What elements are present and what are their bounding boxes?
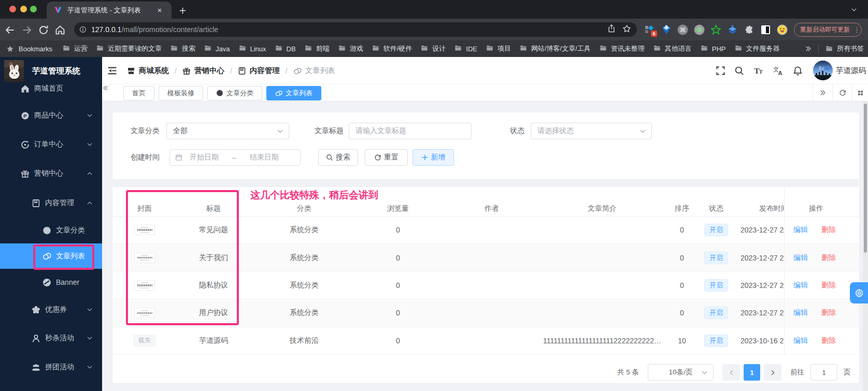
tags-layout-button[interactable] bbox=[852, 84, 868, 101]
breadcrumb-item-内容管理[interactable]: 内容管理 bbox=[238, 66, 280, 76]
bookmark-folder[interactable]: 软件/硬件 bbox=[372, 44, 412, 53]
sidebar-item-内容管理[interactable]: 内容管理 bbox=[0, 190, 102, 216]
table-row[interactable]: 用户协议系统分类00开启2023-12-27 2 bbox=[112, 299, 784, 327]
category-select[interactable]: 全部 bbox=[166, 123, 289, 139]
bookmark-folder[interactable]: 运营 bbox=[62, 44, 88, 53]
sidebar-item-秒杀活动[interactable]: 秒杀活动 bbox=[0, 325, 102, 352]
sidepanel-icon[interactable] bbox=[760, 24, 771, 35]
bookmark-folder[interactable]: 其他语言 bbox=[653, 44, 692, 53]
tab-search-chevron-icon[interactable] bbox=[851, 7, 857, 13]
search-icon[interactable] bbox=[734, 66, 744, 76]
delete-link[interactable]: 删除 bbox=[821, 272, 836, 299]
bookmark-folder[interactable]: 网站/博客/文章/工具 bbox=[519, 44, 591, 53]
tag-文章列表[interactable]: 文章列表 bbox=[266, 86, 321, 100]
green-star-extension-icon[interactable] bbox=[710, 24, 721, 35]
share-icon[interactable] bbox=[607, 24, 616, 33]
bookmarks-label[interactable]: Bookmarks bbox=[19, 45, 52, 53]
blue-diamond-extension-icon[interactable] bbox=[661, 24, 672, 35]
bookmarks-star-icon[interactable] bbox=[6, 45, 14, 53]
edit-link[interactable]: 编辑 bbox=[793, 327, 808, 354]
user-avatar[interactable]: 文心 bbox=[813, 61, 833, 80]
tags-refresh-button[interactable] bbox=[832, 84, 852, 101]
date-range-picker[interactable]: 开始日期 – 结束日期 bbox=[169, 149, 301, 166]
translate-icon[interactable]: 文A bbox=[773, 66, 783, 76]
tags-scroll-right-button[interactable] bbox=[813, 84, 832, 101]
all-bookmarks-folder[interactable]: 所有书签 bbox=[825, 44, 864, 53]
new-tab-button[interactable] bbox=[176, 4, 189, 17]
notification-bell-icon[interactable] bbox=[793, 66, 803, 76]
user-name[interactable]: 芋道源码 bbox=[836, 57, 866, 84]
tag-文章分类[interactable]: 文章分类 bbox=[207, 86, 262, 100]
traffic-light-close[interactable] bbox=[9, 6, 16, 12]
bookmarks-overflow-chevrons[interactable] bbox=[805, 45, 812, 52]
add-button[interactable]: 新增 bbox=[412, 149, 454, 166]
table-row[interactable]: 载失芋道源码技术前沿011111111111111111111222222222… bbox=[112, 327, 784, 355]
title-input[interactable]: 请输入文章标题 bbox=[349, 123, 472, 139]
bookmark-folder[interactable]: 前端 bbox=[304, 44, 330, 53]
goto-page-input[interactable]: 1 bbox=[810, 364, 837, 381]
forward-icon[interactable] bbox=[22, 25, 32, 35]
reset-button[interactable]: 重置 bbox=[365, 149, 408, 166]
sidebar-item-优惠券[interactable]: 优惠券 bbox=[0, 296, 102, 323]
breadcrumb-item-商城系统[interactable]: 商城系统 bbox=[127, 66, 169, 76]
browser-menu-dots-icon[interactable]: ⋮ bbox=[853, 26, 860, 34]
sidebar-collapse-icon[interactable] bbox=[107, 66, 117, 76]
table-row[interactable]: 隐私协议系统分类00开启2023-12-27 2 bbox=[112, 272, 784, 299]
sidebar-item-拼团活动[interactable]: 拼团活动 bbox=[0, 354, 102, 381]
tags-scroll-left-button[interactable] bbox=[102, 84, 109, 92]
edit-link[interactable]: 编辑 bbox=[793, 216, 808, 243]
sidebar-item-Banner[interactable]: Banner bbox=[0, 270, 102, 295]
bookmark-folder[interactable]: 项目 bbox=[486, 44, 511, 53]
puzzle-icon[interactable] bbox=[744, 24, 755, 35]
traffic-light-zoom[interactable] bbox=[30, 6, 37, 12]
reload-icon[interactable] bbox=[38, 25, 49, 35]
bookmark-folder[interactable]: 游戏 bbox=[338, 44, 363, 53]
prev-page-button[interactable] bbox=[722, 364, 740, 381]
bookmark-folder[interactable]: 搜索 bbox=[170, 44, 195, 53]
bookmark-folder[interactable]: 近期需要读的文章 bbox=[96, 44, 162, 53]
sidebar-item-营销中心[interactable]: 营销中心 bbox=[0, 160, 102, 187]
delete-link[interactable]: 删除 bbox=[821, 299, 836, 326]
bookmark-folder[interactable]: PHP bbox=[700, 45, 726, 53]
status-select[interactable]: 请选择状态 bbox=[531, 123, 652, 139]
site-info-icon[interactable] bbox=[79, 26, 87, 33]
browser-update-button[interactable]: 重新启动即可更新 ⋮ bbox=[794, 23, 862, 37]
table-row[interactable]: 常见问题系统分类00开启2023-12-27 2 bbox=[112, 216, 784, 244]
page-scrollbar-thumb[interactable] bbox=[864, 104, 867, 253]
sidebar-item-商城首页[interactable]: 商城首页 bbox=[0, 75, 102, 102]
tab-close-icon[interactable]: × bbox=[154, 6, 165, 15]
fullscreen-icon[interactable] bbox=[716, 66, 725, 76]
bookmark-folder[interactable]: DB bbox=[275, 45, 296, 53]
breadcrumb-item-营销中心[interactable]: 营销中心 bbox=[182, 66, 224, 76]
tag-模板装修[interactable]: 模板装修 bbox=[159, 86, 203, 100]
breadcrumb-item-文章列表[interactable]: 文章列表 bbox=[293, 66, 335, 76]
edit-link[interactable]: 编辑 bbox=[793, 272, 808, 299]
bookmark-folder[interactable]: 设计 bbox=[420, 44, 446, 53]
traffic-light-minimize[interactable] bbox=[20, 6, 27, 12]
green-dot-extension-icon[interactable] bbox=[694, 24, 705, 35]
sidebar-item-文章分类[interactable]: 文章分类 bbox=[0, 218, 102, 243]
emoji-extension-icon[interactable] bbox=[777, 24, 788, 35]
theme-settings-button[interactable] bbox=[850, 282, 868, 303]
bookmark-star-icon[interactable] bbox=[622, 24, 631, 33]
edit-link[interactable]: 编辑 bbox=[793, 299, 808, 326]
next-page-button[interactable] bbox=[764, 364, 781, 381]
tag-首页[interactable]: 首页 bbox=[123, 86, 154, 100]
command-extension-icon[interactable]: ⌘ bbox=[677, 24, 688, 35]
edit-link[interactable]: 编辑 bbox=[793, 244, 808, 271]
bookmark-folder[interactable]: 文件服务器 bbox=[734, 44, 780, 53]
font-size-icon[interactable]: TT bbox=[753, 66, 763, 76]
table-row[interactable]: 关于我们系统分类00开启2023-12-27 2 bbox=[112, 244, 784, 271]
sidebar-item-商品中心[interactable]: P商品中心 bbox=[0, 102, 102, 129]
current-page-button[interactable]: 1 bbox=[744, 364, 760, 381]
squares-extension-icon[interactable]: 6 bbox=[644, 24, 655, 35]
browser-tab[interactable]: 芋道管理系统 - 文章列表 × bbox=[47, 2, 172, 19]
page-size-select[interactable]: 10条/页 bbox=[648, 364, 714, 381]
sidebar-item-文章列表[interactable]: 文章列表 bbox=[0, 243, 102, 269]
sidebar-item-订单中心[interactable]: 订单中心 bbox=[0, 131, 102, 158]
back-icon[interactable] bbox=[5, 25, 15, 35]
home-icon[interactable] bbox=[55, 25, 65, 35]
delete-link[interactable]: 删除 bbox=[821, 244, 836, 271]
blue-layers-extension-icon[interactable] bbox=[727, 24, 738, 35]
bookmark-folder[interactable]: 资讯未整理 bbox=[599, 44, 645, 53]
